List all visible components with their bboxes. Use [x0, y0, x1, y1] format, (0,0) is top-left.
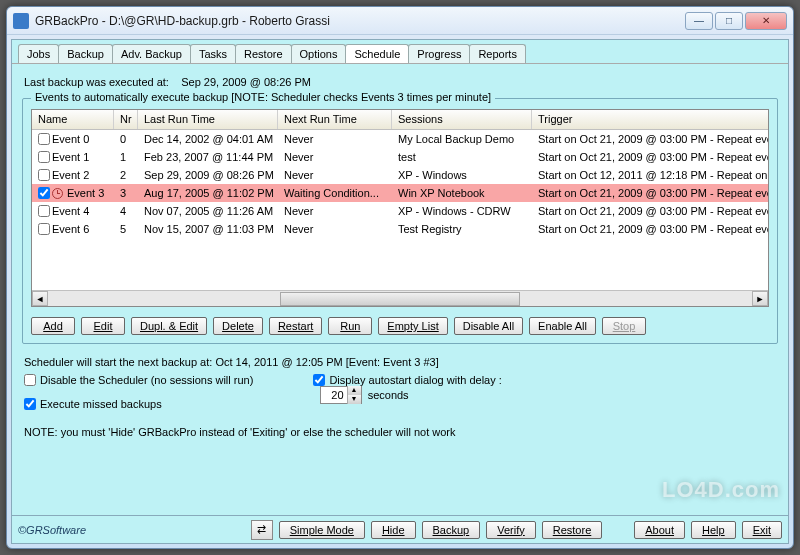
verify-button[interactable]: Verify	[486, 521, 536, 539]
scheduler-note: NOTE: you must 'Hide' GRBackPro instead …	[24, 426, 776, 438]
cell-next: Waiting Condition...	[278, 186, 392, 200]
tab-options[interactable]: Options	[291, 44, 347, 63]
cell-sessions: Win XP Notebook	[392, 186, 532, 200]
events-list[interactable]: NameNrLast Run TimeNext Run TimeSessions…	[31, 109, 769, 307]
enable-all-button[interactable]: Enable All	[529, 317, 596, 335]
tab-adv-backup[interactable]: Adv. Backup	[112, 44, 191, 63]
cell-nr: 2	[114, 168, 138, 182]
row-checkbox[interactable]	[38, 223, 50, 235]
last-backup-line: Last backup was executed at: Sep 29, 200…	[24, 76, 776, 88]
simple-mode-button[interactable]: Simple Mode	[279, 521, 365, 539]
event-name: Event 0	[52, 133, 89, 145]
cell-trigger: Start on Oct 21, 2009 @ 03:00 PM - Repea…	[532, 132, 768, 146]
dupl-edit-button[interactable]: Dupl. & Edit	[131, 317, 207, 335]
edit-button[interactable]: Edit	[81, 317, 125, 335]
table-row[interactable]: Event 22Sep 29, 2009 @ 08:26 PMNeverXP -…	[32, 166, 768, 184]
cell-next: Never	[278, 150, 392, 164]
row-checkbox[interactable]	[38, 151, 50, 163]
minimize-button[interactable]: —	[685, 12, 713, 30]
exec-missed-option[interactable]: Execute missed backups	[24, 398, 253, 410]
autostart-label: Display autostart dialog with delay :	[329, 374, 501, 386]
cell-last: Sep 29, 2009 @ 08:26 PM	[138, 168, 278, 182]
cell-last: Nov 07, 2005 @ 11:26 AM	[138, 204, 278, 218]
delay-input[interactable]	[321, 388, 347, 402]
table-row[interactable]: Event 65Nov 15, 2007 @ 11:03 PMNeverTest…	[32, 220, 768, 238]
table-row[interactable]: Event 00Dec 14, 2002 @ 04:01 AMNeverMy L…	[32, 130, 768, 148]
close-button[interactable]: ✕	[745, 12, 787, 30]
delete-button[interactable]: Delete	[213, 317, 263, 335]
disable-scheduler-option[interactable]: Disable the Scheduler (no sessions will …	[24, 374, 253, 386]
cell-trigger: Start on Oct 21, 2009 @ 03:00 PM - Repea…	[532, 204, 768, 218]
cell-sessions: XP - Windows	[392, 168, 532, 182]
row-checkbox[interactable]	[38, 187, 50, 199]
run-button[interactable]: Run	[328, 317, 372, 335]
window-title: GRBackPro - D:\@GR\HD-backup.grb - Rober…	[35, 14, 685, 28]
cell-trigger: Start on Oct 21, 2009 @ 03:00 PM - Repea…	[532, 222, 768, 236]
event-name: Event 2	[52, 169, 89, 181]
delay-spinner[interactable]: ▲ ▼	[320, 386, 362, 404]
tab-progress[interactable]: Progress	[408, 44, 470, 63]
backup-button[interactable]: Backup	[422, 521, 481, 539]
event-buttons-row: Add Edit Dupl. & Edit Delete Restart Run…	[31, 317, 769, 335]
maximize-button[interactable]: □	[715, 12, 743, 30]
row-checkbox[interactable]	[38, 133, 50, 145]
tab-tasks[interactable]: Tasks	[190, 44, 236, 63]
row-checkbox[interactable]	[38, 205, 50, 217]
add-button[interactable]: Add	[31, 317, 75, 335]
scroll-left-button[interactable]: ◄	[32, 291, 48, 306]
scroll-thumb[interactable]	[280, 292, 520, 306]
column-header[interactable]: Name	[32, 110, 114, 129]
event-name: Event 1	[52, 151, 89, 163]
hide-button[interactable]: Hide	[371, 521, 416, 539]
last-backup-value: Sep 29, 2009 @ 08:26 PM	[181, 76, 311, 88]
table-row[interactable]: Event 44Nov 07, 2005 @ 11:26 AMNeverXP -…	[32, 202, 768, 220]
stop-button[interactable]: Stop	[602, 317, 646, 335]
client-area: JobsBackupAdv. BackupTasksRestoreOptions…	[11, 39, 789, 544]
cell-sessions: My Local Backup Demo	[392, 132, 532, 146]
next-backup-line: Scheduler will start the next backup at:…	[24, 356, 776, 368]
exec-missed-checkbox[interactable]	[24, 398, 36, 410]
cell-nr: 0	[114, 132, 138, 146]
column-header[interactable]: Next Run Time	[278, 110, 392, 129]
event-name: Event 6	[52, 223, 89, 235]
column-header[interactable]: Last Run Time	[138, 110, 278, 129]
tab-backup[interactable]: Backup	[58, 44, 113, 63]
cell-trigger: Start on Oct 12, 2011 @ 12:18 PM - Repea…	[532, 168, 768, 182]
cell-nr: 1	[114, 150, 138, 164]
delay-down-button[interactable]: ▼	[347, 395, 361, 404]
app-window: GRBackPro - D:\@GR\HD-backup.grb - Rober…	[6, 6, 794, 549]
autostart-checkbox[interactable]	[313, 374, 325, 386]
empty-list-button[interactable]: Empty List	[378, 317, 447, 335]
help-button[interactable]: Help	[691, 521, 736, 539]
scroll-right-button[interactable]: ►	[752, 291, 768, 306]
table-row[interactable]: Event 11Feb 23, 2007 @ 11:44 PMNevertest…	[32, 148, 768, 166]
tab-reports[interactable]: Reports	[469, 44, 526, 63]
column-header[interactable]: Trigger	[532, 110, 769, 129]
restart-button[interactable]: Restart	[269, 317, 322, 335]
events-groupbox: Events to automatically execute backup […	[22, 98, 778, 344]
horizontal-scrollbar[interactable]: ◄ ►	[32, 290, 768, 306]
exit-button[interactable]: Exit	[742, 521, 782, 539]
about-button[interactable]: About	[634, 521, 685, 539]
options-row: Disable the Scheduler (no sessions will …	[24, 374, 776, 410]
restore-button[interactable]: Restore	[542, 521, 603, 539]
tab-restore[interactable]: Restore	[235, 44, 292, 63]
table-row[interactable]: Event 33Aug 17, 2005 @ 11:02 PMWaiting C…	[32, 184, 768, 202]
autostart-option[interactable]: Display autostart dialog with delay :	[313, 374, 501, 386]
disable-scheduler-checkbox[interactable]	[24, 374, 36, 386]
tab-schedule[interactable]: Schedule	[345, 44, 409, 63]
cell-trigger: Start on Oct 21, 2009 @ 03:00 PM - Repea…	[532, 186, 768, 200]
column-header[interactable]: Sessions	[392, 110, 532, 129]
tab-jobs[interactable]: Jobs	[18, 44, 59, 63]
delay-up-button[interactable]: ▲	[347, 386, 361, 395]
disable-scheduler-label: Disable the Scheduler (no sessions will …	[40, 374, 253, 386]
row-checkbox[interactable]	[38, 169, 50, 181]
column-header[interactable]: Nr	[114, 110, 138, 129]
cell-next: Never	[278, 132, 392, 146]
cell-nr: 5	[114, 222, 138, 236]
schedule-tab-content: Last backup was executed at: Sep 29, 200…	[12, 64, 788, 515]
exec-missed-label: Execute missed backups	[40, 398, 162, 410]
event-name: Event 3	[67, 187, 104, 199]
toggle-view-icon[interactable]: ⇄	[251, 520, 273, 540]
disable-all-button[interactable]: Disable All	[454, 317, 523, 335]
